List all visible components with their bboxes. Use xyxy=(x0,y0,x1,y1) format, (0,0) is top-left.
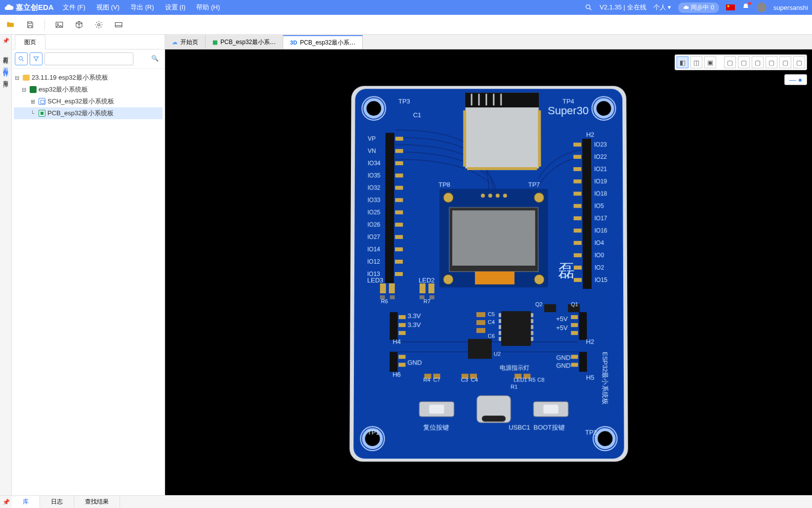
sidebar-search-input[interactable] xyxy=(44,52,133,65)
image-tool-button[interactable] xyxy=(54,19,65,30)
svg-rect-28 xyxy=(467,167,537,170)
svg-text:LED3: LED3 xyxy=(367,276,383,283)
svg-text:LED1: LED1 xyxy=(513,376,527,382)
svg-rect-66 xyxy=(474,272,514,284)
account-type[interactable]: 个人 ▾ xyxy=(653,3,672,12)
menu-view[interactable]: 视图 (V) xyxy=(96,3,120,12)
svg-rect-67 xyxy=(380,283,385,293)
view-right-button[interactable]: ▢ xyxy=(766,56,777,68)
svg-rect-99 xyxy=(531,337,533,341)
svg-text:IO17: IO17 xyxy=(594,215,607,222)
svg-text:BOOT按键: BOOT按键 xyxy=(533,423,564,431)
tree-pcb[interactable]: └ PCB_esp32最小系统板 xyxy=(14,107,163,119)
svg-text:H5: H5 xyxy=(586,373,594,381)
sidebar-tab-pages[interactable]: 图页 xyxy=(15,35,45,49)
sync-status-pill[interactable]: 同步中 0 xyxy=(678,2,719,13)
svg-text:复位按键: 复位按键 xyxy=(423,423,449,431)
settings-gear-button[interactable] xyxy=(93,19,104,30)
save-button[interactable] xyxy=(25,19,36,30)
svg-point-0 xyxy=(586,5,590,9)
svg-rect-115 xyxy=(543,405,558,414)
tab-pcb[interactable]: ▦PCB_esp32最小系… xyxy=(206,35,283,49)
view-iso-shaded-button[interactable]: ◧ xyxy=(677,56,688,68)
svg-text:TP4: TP4 xyxy=(562,97,574,105)
3d-canvas[interactable]: TP3 TP4 Super30 C1 TP1 TP2 TP8 TP7 H2 VP… xyxy=(165,49,812,495)
svg-rect-79 xyxy=(389,352,397,371)
pin-sidebar-icon[interactable]: 📌 xyxy=(2,38,9,44)
svg-rect-30 xyxy=(395,137,403,140)
svg-text:IO15: IO15 xyxy=(595,276,607,283)
menu-export[interactable]: 导出 (R) xyxy=(130,3,154,12)
svg-text:H6: H6 xyxy=(392,370,401,378)
svg-text:IO4: IO4 xyxy=(594,239,604,246)
view-iso-solid-button[interactable]: ▣ xyxy=(704,56,716,68)
svg-rect-65 xyxy=(452,210,535,266)
menu-file[interactable]: 文件 (F) xyxy=(63,3,85,12)
notifications-icon[interactable] xyxy=(742,3,750,12)
svg-line-8 xyxy=(22,60,24,61)
tree-toggle-icon[interactable]: ⊟ xyxy=(15,75,21,81)
svg-text:VP: VP xyxy=(368,135,376,142)
bottom-tab-library[interactable]: 库 xyxy=(12,496,40,508)
search-icon[interactable] xyxy=(585,3,593,11)
svg-text:Q1: Q1 xyxy=(571,301,578,307)
tab-3d[interactable]: 3DPCB_esp32最小系… xyxy=(283,35,363,49)
bottom-tab-log[interactable]: 日志 xyxy=(40,496,74,508)
svg-rect-76 xyxy=(398,315,405,319)
bottom-tab-results[interactable]: 查找结果 xyxy=(74,496,120,508)
view-back-button[interactable]: ▢ xyxy=(738,56,750,68)
pcb-icon xyxy=(39,110,45,117)
svg-rect-34 xyxy=(395,185,403,189)
svg-text:C4: C4 xyxy=(470,376,477,382)
svg-text:U2: U2 xyxy=(494,351,501,357)
panel-tool-button[interactable] xyxy=(113,19,124,30)
svg-text:Super30: Super30 xyxy=(548,104,589,117)
svg-rect-88 xyxy=(571,363,578,367)
svg-text:3.3V: 3.3V xyxy=(407,312,421,320)
pin-bottom-icon[interactable]: 📌 xyxy=(0,499,12,506)
tree-leaf-icon: └ xyxy=(31,110,37,116)
svg-rect-32 xyxy=(395,161,403,165)
svg-rect-36 xyxy=(395,210,403,214)
user-avatar[interactable] xyxy=(757,2,767,12)
svg-rect-26 xyxy=(463,110,466,167)
sidebar-search-button[interactable] xyxy=(15,52,28,65)
sidebar: 图页 🔍 ⊟ 23.11.19 esp32最小系统板 ⊟ esp32最小系统板 … xyxy=(12,35,165,495)
svg-rect-43 xyxy=(573,142,581,146)
locale-flag-icon[interactable] xyxy=(726,4,735,10)
svg-rect-86 xyxy=(579,352,587,371)
version-status: V2.1.35 | 全在线 xyxy=(599,3,646,12)
rail-common-lib[interactable]: 常用库 xyxy=(1,72,10,83)
username[interactable]: supersanshi xyxy=(773,4,808,11)
tree-sch[interactable]: ⊞ SCH_esp32最小系统板 xyxy=(14,95,163,107)
view-iso-wire-button[interactable]: ◫ xyxy=(690,56,702,68)
view-top-button[interactable]: ▢ xyxy=(779,56,791,68)
svg-text:IO19: IO19 xyxy=(594,178,607,185)
view-front-button[interactable]: ▢ xyxy=(724,56,736,68)
view-bottom-button[interactable]: ▢ xyxy=(793,56,805,68)
svg-point-11 xyxy=(365,99,383,117)
zoom-slider[interactable]: — ● xyxy=(784,74,807,85)
menu-help[interactable]: 帮助 (H) xyxy=(196,3,220,12)
menu-settings[interactable]: 设置 (I) xyxy=(165,3,186,12)
rail-all-projects[interactable]: 所有工程 xyxy=(1,48,10,60)
sidebar-filter-button[interactable] xyxy=(30,52,43,65)
svg-text:USBC1: USBC1 xyxy=(509,423,530,431)
menu-right: V2.1.35 | 全在线 个人 ▾ 同步中 0 supersanshi xyxy=(585,2,808,13)
tree-toggle-icon[interactable]: ⊟ xyxy=(22,87,28,93)
svg-text:电源指示灯: 电源指示灯 xyxy=(500,364,529,371)
rail-project-design[interactable]: 工程设计 xyxy=(1,60,10,72)
tree-root[interactable]: ⊟ 23.11.19 esp32最小系统板 xyxy=(14,72,163,84)
tree-project[interactable]: ⊟ esp32最小系统板 xyxy=(14,84,163,95)
tree-pcb-label: PCB_esp32最小系统板 xyxy=(47,109,114,118)
svg-text:C7: C7 xyxy=(433,376,440,382)
open-folder-button[interactable] xyxy=(5,19,16,30)
3d-cube-button[interactable] xyxy=(74,19,85,30)
svg-rect-48 xyxy=(573,204,581,208)
cloud-tab-icon: ☁ xyxy=(172,39,177,46)
tree-toggle-icon[interactable]: ⊞ xyxy=(31,98,37,105)
view-left-button[interactable]: ▢ xyxy=(752,56,764,68)
svg-rect-100 xyxy=(468,339,491,359)
svg-rect-27 xyxy=(538,110,541,167)
tab-start[interactable]: ☁开始页 xyxy=(165,35,206,49)
